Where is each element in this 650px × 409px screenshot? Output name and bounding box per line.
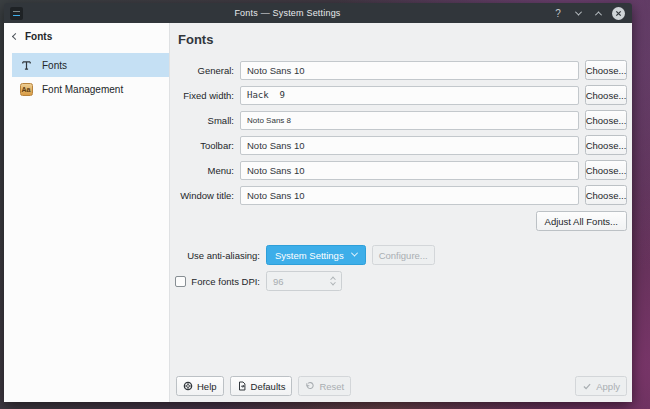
menu-font-field[interactable]: Noto Sans 10 (240, 161, 579, 180)
sidebar-back[interactable]: Fonts (4, 23, 169, 49)
close-icon (612, 7, 625, 20)
dpi-value: 96 (273, 276, 331, 287)
reset-button[interactable]: Reset (298, 376, 351, 396)
small-choose-button[interactable]: Choose... (585, 110, 627, 130)
sidebar-item-label: Font Management (42, 84, 123, 95)
menu-choose-button[interactable]: Choose... (585, 160, 627, 180)
reset-icon (305, 381, 315, 391)
chevron-up-icon (594, 11, 601, 18)
system-settings-window: Fonts — System Settings ? Fonts (4, 3, 632, 402)
dpi-spinbox[interactable]: 96 (266, 271, 342, 291)
force-dpi-label: Force fonts DPI: (191, 276, 260, 287)
font-management-icon: Aa (19, 82, 33, 96)
window-title: Fonts — System Settings (29, 8, 546, 18)
help-titlebar-button[interactable]: ? (550, 5, 566, 21)
menu-label: Menu: (176, 165, 234, 176)
font-settings-form: General: Noto Sans 10 Choose... Fixed wi… (176, 60, 627, 205)
sidebar: Fonts Fonts Aa Font Management (4, 23, 170, 402)
antialiasing-dropdown[interactable]: System Settings (266, 245, 366, 265)
sidebar-item-fonts[interactable]: Fonts (12, 53, 169, 77)
toolbar-label: Toolbar: (176, 140, 234, 151)
defaults-button[interactable]: Defaults (230, 376, 293, 396)
sidebar-list: Fonts Aa Font Management (4, 49, 169, 101)
window-title-font-field[interactable]: Noto Sans 10 (240, 186, 579, 205)
general-choose-button[interactable]: Choose... (585, 60, 627, 80)
sidebar-item-label: Fonts (42, 60, 67, 71)
fixed-width-font-field[interactable]: Hack 9 (240, 86, 579, 105)
fixed-width-label: Fixed width: (176, 90, 234, 101)
antialiasing-block: Use anti-aliasing: System Settings Confi… (176, 245, 627, 291)
antialiasing-selected-value: System Settings (275, 250, 344, 261)
close-button[interactable] (610, 5, 626, 21)
window-title-choose-button[interactable]: Choose... (585, 185, 627, 205)
general-label: General: (176, 65, 234, 76)
small-label: Small: (176, 115, 234, 126)
page-title: Fonts (178, 32, 627, 47)
toolbar-choose-button[interactable]: Choose... (585, 135, 627, 155)
defaults-icon (237, 381, 247, 391)
spinbox-arrows-icon[interactable] (331, 276, 335, 286)
chevron-down-icon (574, 8, 581, 15)
adjust-all-fonts-button[interactable]: Adjust All Fonts... (536, 211, 627, 231)
small-font-field[interactable]: Noto Sans 8 (240, 111, 579, 130)
titlebar[interactable]: Fonts — System Settings ? (4, 3, 632, 23)
back-chevron-icon (12, 32, 19, 39)
fonts-icon (19, 58, 33, 72)
maximize-button[interactable] (590, 5, 606, 21)
sidebar-title: Fonts (25, 31, 52, 42)
button-bar: Help Defaults (176, 371, 627, 402)
force-dpi-checkbox[interactable] (175, 276, 186, 287)
toolbar-font-field[interactable]: Noto Sans 10 (240, 136, 579, 155)
configure-button[interactable]: Configure... (372, 245, 435, 265)
check-icon (582, 381, 592, 391)
help-icon (183, 381, 193, 391)
apply-button[interactable]: Apply (575, 376, 627, 396)
general-font-field[interactable]: Noto Sans 10 (240, 61, 579, 80)
chevron-down-icon (351, 249, 358, 256)
fonts-panel: Fonts General: Noto Sans 10 Choose... Fi… (170, 23, 632, 402)
window-title-label: Window title: (176, 190, 234, 201)
fixed-width-choose-button[interactable]: Choose... (585, 85, 627, 105)
app-icon (10, 7, 23, 20)
antialiasing-label: Use anti-aliasing: (176, 250, 260, 261)
sidebar-item-font-management[interactable]: Aa Font Management (12, 77, 169, 101)
minimize-button[interactable] (570, 5, 586, 21)
help-button[interactable]: Help (176, 376, 224, 396)
